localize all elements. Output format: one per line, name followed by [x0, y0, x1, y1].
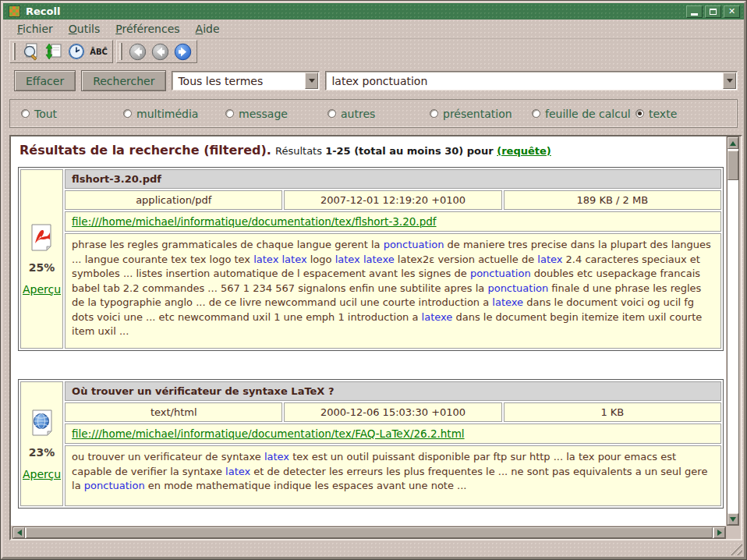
- term-explorer-icon[interactable]: ÂBĈ: [88, 41, 109, 62]
- horizontal-scrollbar-thumb[interactable]: [26, 527, 713, 538]
- close-button[interactable]: ✕: [724, 5, 740, 18]
- recoll-window: Recoll ✕ Fichier Outils Préférences Aide: [1, 1, 746, 559]
- result-url-link[interactable]: file:///home/michael/informatique/docume…: [72, 427, 464, 440]
- scroll-left-icon[interactable]: [13, 527, 25, 538]
- filter-presentation[interactable]: présentation: [430, 108, 532, 120]
- result-snippet: ou trouver un verificateur de syntaxe la…: [65, 445, 721, 506]
- radio-icon: [635, 109, 644, 118]
- filter-message[interactable]: message: [225, 108, 327, 120]
- app-icon: [9, 5, 20, 17]
- scroll-right-icon[interactable]: [713, 527, 725, 538]
- search-mode-value: Tous les termes: [172, 75, 305, 87]
- go-back-icon[interactable]: [127, 41, 148, 62]
- menu-preferences[interactable]: Préférences: [109, 21, 186, 37]
- maximize-button[interactable]: [705, 5, 721, 18]
- radio-icon: [327, 109, 336, 118]
- result-side-panel: 25% Aperçu: [20, 169, 63, 349]
- search-mode-select[interactable]: Tous les termes: [172, 71, 320, 90]
- search-button[interactable]: Rechercher: [81, 70, 166, 91]
- relevance-percent: 23%: [23, 446, 61, 459]
- radio-icon: [21, 109, 30, 118]
- search-query-input[interactable]: latex ponctuation: [325, 71, 738, 90]
- filter-texte[interactable]: texte: [635, 108, 677, 120]
- result-side-panel: 23% Aperçu: [20, 381, 63, 506]
- window-title: Recoll: [26, 5, 686, 17]
- scroll-up-icon[interactable]: [728, 137, 738, 149]
- search-query-value: latex ponctuation: [326, 75, 723, 87]
- chevron-down-icon[interactable]: [723, 73, 736, 89]
- horizontal-scrollbar[interactable]: [12, 526, 726, 539]
- result-size: 189 KB / 2 MB: [504, 190, 721, 210]
- results-header: Résultats de la recherche (filtered). Ré…: [19, 143, 726, 158]
- results-summary-count: 1-25 (total au moins 30) pour: [325, 145, 497, 157]
- filter-autres[interactable]: autres: [327, 108, 430, 120]
- result-title: Où trouver un vérificateur de syntaxe La…: [65, 381, 721, 401]
- toolbar-grip[interactable]: [12, 43, 16, 60]
- chevron-down-icon[interactable]: [305, 73, 318, 89]
- preview-link[interactable]: Aperçu: [23, 283, 61, 296]
- vertical-scrollbar[interactable]: [727, 136, 739, 526]
- relevance-percent: 25%: [23, 261, 61, 274]
- toolbar-group-nav: [116, 40, 197, 63]
- vertical-scrollbar-thumb[interactable]: [728, 151, 738, 180]
- toolbar-group-main: ÂBĈ: [9, 40, 113, 63]
- result-item: 25% Aperçu flshort-3.20.pdf application/…: [18, 167, 724, 351]
- results-summary: Résultats: [275, 145, 325, 157]
- go-forward-icon[interactable]: [172, 41, 193, 62]
- minimize-icon: [691, 13, 698, 16]
- clear-button[interactable]: Effacer: [14, 70, 76, 91]
- maximize-icon: [710, 9, 717, 15]
- menu-outils[interactable]: Outils: [62, 21, 106, 37]
- pdf-document-icon: [29, 223, 55, 251]
- filter-feuille-de-calcul[interactable]: feuille de calcul: [532, 108, 635, 120]
- toolbar: ÂBĈ: [3, 39, 744, 64]
- result-mime: text/html: [65, 402, 282, 422]
- term-explorer-label: ÂBĈ: [90, 48, 108, 56]
- scroll-down-icon[interactable]: [728, 513, 738, 525]
- history-clock-icon[interactable]: [65, 41, 87, 62]
- radio-icon: [532, 109, 540, 118]
- result-item: 23% Aperçu Où trouver un vérificateur de…: [18, 379, 724, 509]
- filter-bar: Tout multimédia message autres présentat…: [9, 99, 738, 128]
- radio-icon: [123, 109, 132, 118]
- search-row: Effacer Rechercher Tous les termes latex…: [14, 70, 738, 91]
- result-url-link[interactable]: file:///home/michael/informatique/docume…: [72, 215, 436, 228]
- html-document-icon: [29, 408, 55, 436]
- results-frame: Résultats de la recherche (filtered). Ré…: [9, 135, 742, 541]
- results-heading: Résultats de la recherche (filtered).: [19, 143, 271, 158]
- filter-tout[interactable]: Tout: [21, 108, 123, 120]
- result-size: 1 KB: [504, 402, 721, 422]
- preview-link[interactable]: Aperçu: [23, 468, 61, 480]
- minimize-button[interactable]: [686, 5, 703, 18]
- result-title: flshort-3.20.pdf: [65, 169, 721, 189]
- titlebar[interactable]: Recoll ✕: [3, 3, 744, 19]
- menubar: Fichier Outils Préférences Aide: [3, 19, 744, 39]
- filter-multimedia[interactable]: multimédia: [123, 108, 225, 120]
- radio-icon: [430, 109, 438, 118]
- go-back-icon[interactable]: [150, 41, 171, 62]
- menu-fichier[interactable]: Fichier: [11, 21, 59, 37]
- query-link[interactable]: (requête): [497, 145, 551, 157]
- result-date: 2000-12-06 15:03:30 +0100: [284, 402, 501, 422]
- close-icon: ✕: [728, 7, 735, 16]
- radio-icon: [225, 109, 234, 118]
- result-snippet: phrase les regles grammaticales de chaqu…: [65, 233, 721, 349]
- result-date: 2007-12-01 12:19:20 +0100: [284, 190, 501, 210]
- toolbar-grip[interactable]: [119, 43, 122, 60]
- menu-aide[interactable]: Aide: [189, 21, 226, 37]
- search-documents-icon[interactable]: [20, 41, 41, 62]
- update-index-icon[interactable]: [43, 41, 64, 62]
- resize-grip[interactable]: [728, 541, 742, 555]
- result-mime: application/pdf: [65, 190, 282, 210]
- results-list: Résultats de la recherche (filtered). Ré…: [11, 136, 726, 526]
